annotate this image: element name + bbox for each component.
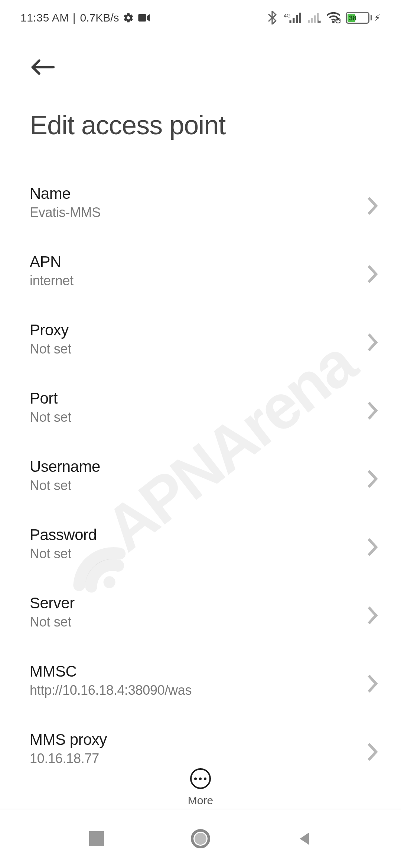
setting-value: Not set: [30, 478, 100, 493]
status-speed: 0.7KB/s: [80, 11, 119, 24]
status-separator: |: [73, 11, 76, 24]
chevron-right-icon: [365, 401, 379, 414]
setting-row-username[interactable]: Username Not set: [30, 443, 379, 511]
header: [0, 32, 401, 91]
setting-value: Not set: [30, 410, 71, 425]
setting-value: Not set: [30, 546, 97, 562]
back-button[interactable]: [30, 54, 56, 80]
more-icon: [190, 768, 211, 789]
arrow-left-icon: [31, 58, 55, 76]
nav-home-button[interactable]: [189, 828, 212, 850]
setting-value: Evatis-MMS: [30, 205, 101, 220]
setting-value: internet: [30, 273, 74, 289]
svg-rect-6: [308, 20, 310, 23]
setting-row-server[interactable]: Server Not set: [30, 579, 379, 648]
setting-label: Server: [30, 594, 75, 612]
camera-icon: [138, 13, 150, 23]
svg-point-10: [332, 21, 335, 23]
chevron-right-icon: [365, 537, 379, 550]
gear-icon: [123, 12, 134, 23]
chevron-right-icon: [365, 469, 379, 482]
setting-value: Not set: [30, 614, 75, 630]
setting-row-port[interactable]: Port Not set: [30, 375, 379, 443]
charging-icon: ⚡︎: [374, 12, 381, 24]
setting-value: 10.16.18.77: [30, 751, 107, 766]
svg-rect-2: [290, 20, 291, 23]
svg-rect-7: [311, 18, 313, 23]
battery-percent: 38: [349, 14, 356, 22]
circle-icon: [191, 829, 210, 848]
bottom-action-bar: More: [0, 768, 401, 807]
chevron-right-icon: [365, 742, 379, 755]
setting-label: Port: [30, 389, 71, 407]
chevron-right-icon: [365, 605, 379, 619]
setting-row-proxy[interactable]: Proxy Not set: [30, 306, 379, 375]
chevron-right-icon: [365, 264, 379, 277]
status-right: 4G 38 ⚡︎: [267, 11, 381, 24]
square-icon: [89, 831, 104, 846]
more-label: More: [188, 794, 213, 807]
svg-point-11: [336, 19, 340, 23]
page-title: Edit access point: [0, 91, 401, 162]
setting-row-apn[interactable]: APN internet: [30, 238, 379, 306]
signal-sim2-icon: [308, 13, 321, 23]
navigation-bar: [0, 809, 401, 868]
signal-sim1-icon: 4G: [282, 13, 303, 23]
svg-rect-8: [314, 15, 316, 23]
settings-list: Name Evatis-MMS APN internet Proxy Not s…: [0, 162, 401, 784]
bluetooth-icon: [267, 11, 277, 24]
wifi-icon: [326, 12, 340, 23]
nav-recent-button[interactable]: [85, 828, 108, 850]
setting-label: MMS proxy: [30, 731, 107, 749]
setting-label: MMSC: [30, 662, 192, 680]
status-left: 11:35 AM | 0.7KB/s: [20, 11, 150, 24]
setting-row-mmsc[interactable]: MMSC http://10.16.18.4:38090/was: [30, 648, 379, 716]
setting-row-name[interactable]: Name Evatis-MMS: [30, 170, 379, 238]
setting-label: Password: [30, 526, 97, 544]
svg-rect-4: [296, 15, 298, 23]
chevron-right-icon: [365, 196, 379, 209]
setting-label: Name: [30, 185, 101, 203]
triangle-left-icon: [297, 831, 312, 846]
setting-value: Not set: [30, 341, 71, 357]
setting-value: http://10.16.18.4:38090/was: [30, 683, 192, 698]
setting-label: APN: [30, 253, 74, 271]
chevron-right-icon: [365, 332, 379, 346]
svg-rect-3: [293, 18, 294, 23]
setting-label: Username: [30, 458, 100, 476]
status-bar: 11:35 AM | 0.7KB/s 4G 38 ⚡︎: [0, 0, 401, 32]
svg-rect-1: [138, 14, 146, 22]
status-time: 11:35 AM: [20, 11, 69, 24]
nav-back-button[interactable]: [293, 828, 316, 850]
battery-indicator: 38 ⚡︎: [346, 12, 381, 24]
setting-label: Proxy: [30, 321, 71, 339]
more-button[interactable]: More: [188, 768, 213, 807]
setting-row-password[interactable]: Password Not set: [30, 511, 379, 579]
network-type-badge: 4G: [284, 13, 291, 19]
chevron-right-icon: [365, 674, 379, 687]
svg-rect-5: [299, 13, 301, 23]
